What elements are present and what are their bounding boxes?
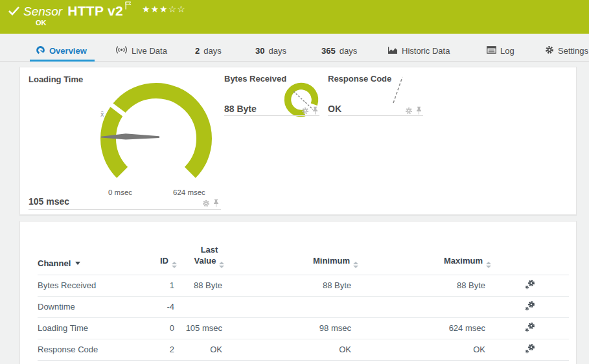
flag-icon[interactable] [125, 1, 132, 12]
divider [328, 115, 423, 116]
sensor-name: HTTP v2 [67, 3, 123, 19]
loading-time-gauge: x̄ [95, 78, 218, 198]
column-header-last-value[interactable]: Last Value [177, 245, 232, 275]
channel-last-value [177, 296, 232, 317]
sort-icon[interactable] [219, 262, 224, 268]
gauge-value-bytes-received: 88 Byte [224, 104, 257, 114]
tab-2-days[interactable]: 2 days [195, 40, 222, 62]
star-filled-icon[interactable]: ★ [142, 4, 151, 14]
channel-settings-gears-icon[interactable] [525, 322, 535, 334]
gauge-icon [36, 45, 45, 57]
table-row: Bytes Received 1 88 Byte 88 Byte 88 Byte [38, 275, 569, 296]
column-header-id-label: ID [160, 256, 168, 266]
tab-30-days-number: 30 [255, 46, 264, 56]
sensor-status-bar: Sensor HTTP v2 ★★★☆☆ OK [0, 0, 589, 34]
gauges-panel: Loading Time x̄ 0 msec 624 msec 105 msec… [19, 67, 577, 215]
gauge-scale-max: 624 msec [173, 188, 205, 196]
log-list-icon [487, 46, 496, 56]
channel-name: Bytes Received [38, 275, 135, 296]
star-empty-icon[interactable]: ☆ [177, 4, 186, 14]
sort-icon[interactable] [486, 262, 491, 268]
gauge-needle [393, 77, 402, 103]
column-header-minimum-label: Minimum [313, 256, 350, 266]
channel-maximum: 624 msec [358, 317, 491, 339]
channel-last-value: 88 Byte [177, 275, 232, 296]
average-marker-label: x̄ [100, 110, 104, 118]
gauge-title-response-code: Response Code [328, 74, 391, 84]
column-header-maximum-label: Maximum [444, 256, 483, 266]
tab-365-days-label: days [340, 46, 357, 56]
channel-minimum: 98 msec [232, 317, 358, 339]
channel-name: Downtime [38, 296, 135, 317]
channel-maximum [358, 296, 491, 317]
gauge-title-bytes-received: Bytes Received [224, 74, 286, 84]
star-filled-icon[interactable]: ★ [151, 4, 160, 14]
table-row: Loading Time 0 105 msec 98 msec 624 msec [38, 317, 569, 339]
sort-desc-icon[interactable] [75, 262, 80, 265]
table-header-row: Channel ID Last Value Minimum Maximum [38, 245, 569, 275]
star-filled-icon[interactable]: ★ [159, 4, 168, 14]
gauge-scale-min: 0 msec [108, 188, 132, 196]
gauge-title-loading-time: Loading Time [29, 74, 83, 84]
tab-log[interactable]: Log [487, 40, 514, 62]
channel-settings-gears-icon[interactable] [525, 301, 535, 313]
pin-icon[interactable] [213, 198, 219, 210]
column-header-id[interactable]: ID [135, 245, 177, 275]
tab-log-label: Log [500, 46, 514, 56]
channel-id: -4 [135, 296, 177, 317]
status-check-icon [8, 6, 20, 18]
channel-minimum [232, 296, 358, 317]
tab-historic-data[interactable]: Historic Data [387, 40, 450, 62]
tab-historic-data-label: Historic Data [402, 46, 450, 56]
gear-icon [545, 45, 554, 56]
table-row: Downtime -4 [38, 296, 569, 317]
channel-id: 1 [135, 275, 177, 296]
area-chart-icon [387, 46, 398, 56]
sensor-title: Sensor HTTP v2 ★★★☆☆ [23, 3, 186, 19]
channel-name: Response Code [38, 339, 135, 360]
tab-settings-label: Settings [558, 46, 588, 56]
tab-2-days-number: 2 [195, 46, 200, 56]
channels-panel: Channel ID Last Value Minimum Maximum [19, 221, 577, 364]
gauge-value-response-code: OK [328, 104, 341, 114]
channel-maximum: OK [358, 339, 491, 360]
tab-live-data[interactable]: Live Data [115, 40, 167, 62]
sensor-kind-label: Sensor [23, 5, 62, 19]
tab-live-data-label: Live Data [132, 46, 167, 56]
tab-30-days-label: days [268, 46, 286, 56]
channel-maximum: 88 Byte [358, 275, 491, 296]
channel-last-value: 105 msec [177, 317, 232, 339]
channel-gear-icon[interactable] [202, 198, 210, 210]
tab-365-days[interactable]: 365 days [321, 40, 357, 62]
channel-settings-gears-icon[interactable] [525, 279, 535, 291]
table-row: Response Code 2 OK OK OK [38, 339, 569, 360]
column-header-channel[interactable]: Channel [38, 245, 135, 275]
tab-overview[interactable]: Overview [36, 40, 87, 62]
channel-minimum: 88 Byte [232, 275, 358, 296]
channel-minimum: OK [232, 339, 358, 360]
star-empty-icon[interactable]: ☆ [168, 4, 178, 14]
tab-365-days-number: 365 [321, 46, 336, 56]
channel-id: 0 [135, 317, 177, 339]
divider [224, 115, 319, 116]
divider [29, 209, 221, 210]
channel-settings-gears-icon[interactable] [525, 343, 535, 356]
sort-icon[interactable] [353, 262, 358, 268]
status-badge: OK [36, 19, 47, 27]
channel-name: Loading Time [38, 317, 135, 339]
column-header-minimum[interactable]: Minimum [232, 245, 358, 275]
response-code-gauge [388, 73, 409, 107]
tab-settings[interactable]: Settings [545, 40, 588, 62]
column-header-maximum[interactable]: Maximum [358, 245, 491, 275]
tab-2-days-label: days [203, 46, 221, 56]
sort-icon[interactable] [172, 262, 177, 268]
column-header-settings [491, 245, 569, 275]
active-tab-underline [30, 60, 95, 62]
priority-rating[interactable]: ★★★☆☆ [142, 4, 186, 14]
column-header-channel-label: Channel [38, 258, 71, 268]
tab-30-days[interactable]: 30 days [255, 40, 286, 62]
channel-table: Channel ID Last Value Minimum Maximum [38, 245, 569, 361]
live-data-icon [115, 45, 128, 56]
channel-id: 2 [135, 339, 177, 360]
tab-bar: Overview Live Data 2 days 30 days 365 da… [0, 40, 589, 62]
